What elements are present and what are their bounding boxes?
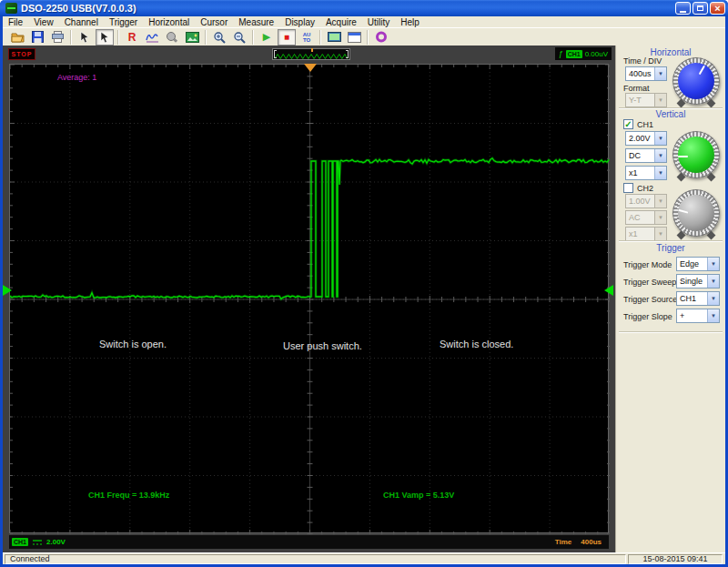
trigger-channel-badge: CH1 <box>566 50 582 58</box>
menu-bar: File View Channel Trigger Horizontal Cur… <box>3 16 725 27</box>
chevron-down-icon: ▼ <box>707 258 719 270</box>
calibration-button[interactable] <box>163 29 181 46</box>
restore-button[interactable] <box>693 2 708 15</box>
time-div-value: 400us <box>626 67 654 80</box>
menu-display[interactable]: Display <box>279 17 320 27</box>
toolbar: R ▶ ■ AUTO <box>3 27 725 46</box>
time-div-select[interactable]: 400us ▼ <box>625 66 667 81</box>
annotation-switch-open: Switch is open. <box>99 339 167 349</box>
fullscreen-button[interactable] <box>325 29 343 46</box>
ch2-coupling-value: AC <box>626 211 654 224</box>
knob-foot <box>707 99 716 108</box>
average-label: Average: 1 <box>57 73 96 82</box>
stop-button[interactable]: ■ <box>278 29 296 46</box>
ch1-coupling-value: DC <box>626 149 654 162</box>
ch2-probe-select: x1 ▼ <box>625 227 667 241</box>
save-button[interactable] <box>28 29 46 46</box>
calibration-icon <box>166 31 178 43</box>
scope-display: Average: 1 Switch is open. User push swi… <box>9 64 609 533</box>
snapshot-button[interactable] <box>183 29 201 46</box>
cursor-select-button[interactable] <box>76 29 94 46</box>
ch1-volts-select[interactable]: 2.00V ▼ <box>625 131 667 146</box>
ch1-probe-select[interactable]: x1 ▼ <box>625 166 667 180</box>
trigger-mode-select[interactable]: Edge ▼ <box>676 257 720 271</box>
close-button[interactable]: × <box>710 2 725 15</box>
trigger-frequency-icon: ƒ <box>559 50 563 58</box>
toolbar-separator <box>252 30 254 45</box>
acquisition-preview-strip[interactable] <box>272 48 350 60</box>
knob-foot <box>677 173 686 182</box>
start-button[interactable]: ▶ <box>258 29 276 46</box>
about-icon <box>375 31 388 43</box>
channel-badge: CH1 <box>12 538 28 546</box>
trigger-slope-select[interactable]: + ▼ <box>676 309 720 323</box>
autoset-button[interactable]: AUTO <box>298 29 316 46</box>
menu-channel[interactable]: Channel <box>59 17 104 27</box>
menu-horizontal[interactable]: Horizontal <box>143 17 195 27</box>
window-layout-icon <box>348 32 361 43</box>
about-button[interactable] <box>372 29 390 46</box>
menu-view[interactable]: View <box>28 17 59 27</box>
chevron-down-icon: ▼ <box>654 167 666 179</box>
ch1-vertical-knob[interactable] <box>672 131 720 178</box>
knob-foot <box>677 99 686 108</box>
toolbar-separator <box>367 30 369 45</box>
section-separator <box>619 240 723 242</box>
ch2-label: CH2 <box>637 184 653 193</box>
trigger-mode-value: Edge <box>677 258 707 270</box>
ch2-volts-select: 1.00V ▼ <box>625 194 667 208</box>
status-bar: Connected 15-08-2015 09:41 <box>3 552 725 564</box>
printer-icon <box>51 31 65 43</box>
time-label: Time <box>555 538 572 546</box>
cursor-arrow-icon <box>79 31 90 44</box>
auto-icon: AUTO <box>303 32 311 43</box>
toolbar-separator <box>70 30 72 45</box>
ch2-coupling-select: AC ▼ <box>625 210 667 225</box>
section-separator <box>619 331 723 333</box>
trigger-position-marker[interactable] <box>304 64 317 72</box>
open-file-button[interactable] <box>8 29 26 46</box>
toolbar-separator <box>205 30 207 45</box>
chevron-down-icon: ▼ <box>654 149 666 162</box>
trigger-level-value: 0.00uV <box>585 50 608 58</box>
workspace: STOP ƒ CH1 0.00uV Average: 1 Switch is o… <box>3 46 725 552</box>
menu-file[interactable]: File <box>3 17 28 27</box>
ch1-coupling-select[interactable]: DC ▼ <box>625 148 667 163</box>
monitor-icon <box>328 32 341 43</box>
menu-cursor[interactable]: Cursor <box>195 17 233 27</box>
checkbox-checked-icon: ✓ <box>623 119 633 129</box>
trigger-sweep-select[interactable]: Single ▼ <box>676 274 720 289</box>
menu-acquire[interactable]: Acquire <box>320 17 362 27</box>
zoom-in-button[interactable] <box>210 29 228 46</box>
minimize-button[interactable] <box>675 2 691 15</box>
annotation-user-push: User push switch. <box>283 340 362 351</box>
menu-trigger[interactable]: Trigger <box>104 17 143 27</box>
menu-utility[interactable]: Utility <box>362 17 395 27</box>
window-layout-button[interactable] <box>345 29 363 46</box>
trigger-level-readout: ƒ CH1 0.00uV <box>555 47 612 60</box>
fft-button[interactable] <box>143 29 161 46</box>
annotation-switch-closed: Switch is closed. <box>440 339 513 349</box>
refresh-button[interactable]: R <box>123 29 141 46</box>
ch1-label: CH1 <box>637 120 653 129</box>
menu-measure[interactable]: Measure <box>233 17 279 27</box>
trigger-section-title: Trigger <box>616 243 725 253</box>
cursor-track-button[interactable] <box>96 29 114 46</box>
ch2-checkbox[interactable]: CH2 <box>623 183 653 193</box>
channel-position-marker[interactable] <box>3 285 12 296</box>
ch1-checkbox[interactable]: ✓ CH1 <box>623 119 653 129</box>
title-bar: DSO-2250 USB(V7.0.0.3) × <box>0 0 728 16</box>
knob-foot <box>677 231 686 240</box>
ch1-probe-value: x1 <box>626 167 654 179</box>
close-icon: × <box>714 4 720 14</box>
ch2-vertical-knob[interactable] <box>672 189 720 237</box>
horizontal-knob[interactable] <box>672 57 720 105</box>
zoom-out-button[interactable] <box>230 29 248 46</box>
menu-help[interactable]: Help <box>395 17 425 27</box>
print-button[interactable] <box>48 29 66 46</box>
trigger-source-select[interactable]: CH1 ▼ <box>676 291 720 306</box>
trigger-level-marker[interactable] <box>604 285 613 296</box>
trigger-source-value: CH1 <box>677 292 707 305</box>
format-value: Y-T <box>626 94 654 106</box>
ch2-volts-value: 1.00V <box>626 195 654 208</box>
